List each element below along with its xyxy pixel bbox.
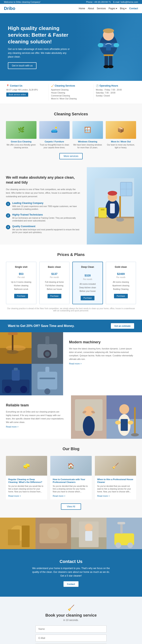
reliable-desc: Everything we do at Dribo and our cleani… (6, 410, 65, 424)
svg-point-40 (20, 386, 27, 393)
machinery-read-more[interactable]: Read more > (69, 362, 136, 365)
plan-name-single: Single visit (9, 266, 34, 268)
hero-cta-button[interactable]: Get in touch with us (8, 62, 36, 69)
nav-blog[interactable]: Blog ▾ (120, 7, 126, 10)
gallery-strip (0, 518, 142, 549)
svg-point-28 (6, 345, 26, 351)
nav-contact[interactable]: Contact (129, 7, 138, 10)
blog-card-1: 🧽 Regular Cleaning or Deep Cleaning: Wha… (6, 456, 47, 500)
quality-intro: Our cleaning service is one of New York … (6, 188, 81, 198)
hero-figure (75, 13, 142, 81)
services-info-list: Apartment CleaningHouse CleaningCommerci… (51, 88, 91, 100)
service-title-green: Green Eco Cleaning (6, 140, 36, 143)
discount-text: Want to Get 20% Off? Save Time and Money… (8, 324, 74, 328)
prices-section: Prices & Plans Single visit $53 Per visi… (0, 244, 142, 320)
plan-period-gold: Per month (108, 276, 134, 278)
hero-headline: High quality cleaning services: Better &… (8, 25, 71, 45)
svg-point-60 (128, 420, 133, 424)
view-all-button[interactable]: View All (61, 504, 81, 510)
quality-point-text-1: Leading Cleaning Company With over 10 ye… (12, 202, 81, 210)
plan-name-basic: Basic clean (42, 266, 67, 268)
contact-info-addr: 68-07 Lodge Hill London, SL39 6PU (6, 88, 46, 91)
blog-title: Our Blog (6, 446, 136, 451)
discount-banner: Want to Get 20% Off? Save Time and Money… (0, 320, 142, 332)
svg-rect-11 (104, 54, 114, 56)
service-desc-movein: Our team to move any furniture, light or… (106, 144, 136, 149)
service-title-carpets: Carpets / Furniture (39, 140, 70, 143)
nav-services[interactable]: Services (97, 7, 106, 10)
purchase-button-deep[interactable]: Purchase (81, 296, 94, 300)
service-img-movein: 📦 (106, 121, 136, 139)
price-card-gold: Gold clean $2469 Per month All rooms cle… (106, 262, 136, 304)
svg-point-30 (7, 350, 18, 354)
contact-cta-title: Contact Us (8, 559, 134, 564)
plan-price-gold: $2469 (108, 270, 134, 276)
blog-body-2: How to Communicate with Your Professiona… (50, 476, 92, 500)
svg-point-59 (115, 420, 121, 424)
contact-cta-button[interactable]: Contact (64, 581, 79, 587)
quality-point-1: 1 Leading Cleaning Company With over 10 … (6, 202, 81, 210)
svg-rect-36 (45, 336, 49, 344)
phone-label: Phone: (86, 1, 93, 3)
quality-point-desc-2: All our technicians are trained at Train… (12, 217, 81, 222)
blog-excerpt-3: So you've decided that you would not wan… (97, 485, 134, 493)
svg-point-4 (98, 43, 103, 47)
reliable-img-man (106, 395, 142, 439)
booking-name-input[interactable] (36, 626, 106, 632)
plan-price-basic: $137 (42, 270, 67, 276)
svg-rect-7 (104, 55, 108, 67)
nav-home[interactable]: Home (79, 7, 85, 10)
svg-rect-61 (134, 407, 136, 435)
purchase-button-gold[interactable]: Purchase (114, 294, 128, 298)
svg-rect-6 (106, 44, 111, 50)
blog-read-more-3[interactable]: Read more > (97, 495, 134, 497)
svg-rect-66 (22, 526, 30, 547)
hours-info-title: 🕐 Operating Hours (96, 84, 136, 87)
topbar-contact: Phone: +44 (0) 203 84 71 E-mail: hello@t… (86, 1, 138, 3)
plan-period-single: Per visit (9, 276, 34, 278)
discount-cta-button[interactable]: Get an estimate (111, 323, 134, 329)
prices-note: Our cleaning practice is ahead of the Ne… (6, 308, 136, 312)
purchase-button-single[interactable]: Purchase (14, 294, 28, 298)
more-services-button[interactable]: More services (59, 153, 83, 159)
email-label: E-mail: (113, 1, 120, 3)
reliable-read-more[interactable]: Read more > (6, 426, 65, 428)
plan-period-basic: Per month (42, 276, 67, 278)
book-service-button[interactable]: Book service online (6, 92, 28, 96)
svg-point-35 (45, 352, 50, 356)
machinery-section: Modern machinery We have the latest clea… (0, 332, 142, 395)
service-img-green: 🌿 (6, 121, 36, 139)
service-card-green: 🌿 Green Eco Cleaning We offer a eco-eco-… (6, 121, 36, 149)
machinery-title: Modern machinery (69, 340, 136, 344)
plan-name-gold: Gold clean (108, 266, 134, 268)
svg-point-45 (44, 388, 50, 394)
svg-point-77 (116, 542, 121, 548)
blog-read-more-2[interactable]: Read more > (53, 495, 89, 497)
purchase-button-basic[interactable]: Purchase (48, 294, 61, 298)
svg-rect-47 (40, 378, 55, 379)
svg-rect-46 (45, 367, 49, 372)
booking-email-input[interactable] (36, 634, 106, 642)
hero-subtext: Get us to take advantage of even more af… (8, 47, 71, 59)
svg-point-25 (116, 218, 124, 222)
svg-rect-44 (38, 372, 57, 390)
services-info-block: 🧹 Cleaning Services Apartment CleaningHo… (49, 84, 94, 100)
hero-section: High quality cleaning services: Better &… (0, 13, 142, 81)
phone-number: +44 (0) 203 84 71 (94, 1, 111, 3)
blog-read-more-1[interactable]: Read more > (8, 495, 45, 497)
svg-rect-16 (95, 218, 134, 234)
blog-img-3: 🧹 (95, 456, 136, 476)
svg-point-78 (128, 542, 133, 548)
nav-pages[interactable]: Pages ▾ (109, 7, 117, 10)
blog-body-3: When to Hire a Professional House Cleane… (95, 476, 136, 500)
service-img-carpets: 🛋️ (39, 121, 70, 139)
quality-point-title-2: Highly-Trained Technicians (12, 213, 81, 216)
contact-cta-text: We understand your home is important to … (32, 566, 110, 578)
plan-features-deep: All rooms included Deep kitchen clean Be… (75, 282, 100, 293)
svg-rect-65 (8, 530, 20, 545)
blog-excerpt-1: So you've decided that you would like to… (8, 485, 45, 493)
nav-about[interactable]: About (88, 7, 94, 10)
contact-cta-section: Contact Us We understand your home is im… (0, 549, 142, 597)
svg-point-69 (47, 528, 59, 539)
booking-form: Book now (36, 626, 106, 644)
